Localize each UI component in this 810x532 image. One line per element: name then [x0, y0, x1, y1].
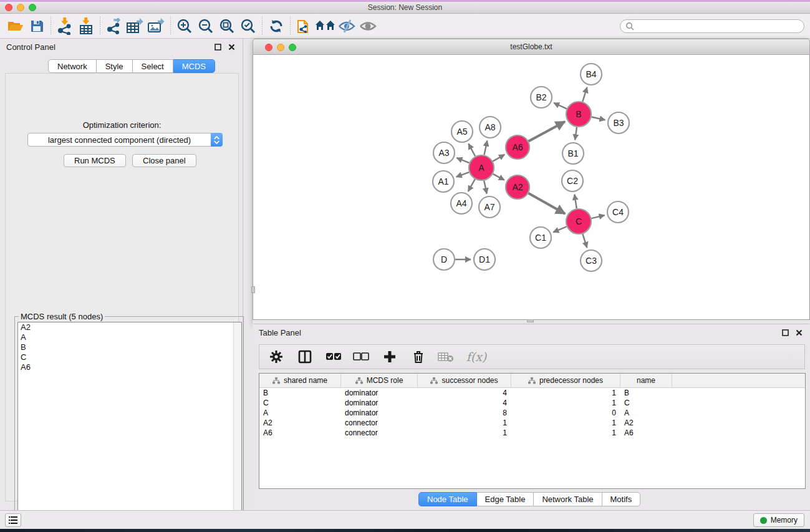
graph-edge-A-A2[interactable]: [493, 174, 504, 180]
table-row[interactable]: Cdominator41C: [259, 398, 805, 408]
column-header-successor-nodes[interactable]: successor nodes: [418, 374, 511, 387]
table-cell[interactable]: B: [620, 389, 672, 397]
column-header-predecessor-nodes[interactable]: predecessor nodes: [511, 374, 620, 387]
graph-edge-A-A6[interactable]: [493, 155, 504, 162]
table-cell[interactable]: 1: [418, 428, 511, 437]
tab-motifs[interactable]: Motifs: [602, 492, 641, 506]
tab-node-table[interactable]: Node Table: [418, 492, 477, 506]
table-cell[interactable]: A6: [620, 428, 672, 437]
zoom-window-button[interactable]: [29, 4, 36, 11]
horizontal-scroll-thumb[interactable]: [527, 319, 534, 322]
table-cell[interactable]: A: [620, 409, 672, 417]
float-table-panel-icon[interactable]: [780, 327, 790, 337]
table-row[interactable]: A2connector11A2: [259, 418, 805, 428]
show-all-eye-icon[interactable]: [357, 17, 378, 36]
table-cell[interactable]: 4: [418, 389, 511, 397]
table-cell[interactable]: B: [259, 389, 341, 397]
mcds-result-list[interactable]: A2ABCA6: [17, 322, 242, 530]
float-panel-icon[interactable]: [213, 42, 223, 52]
graph-edge-A-A5[interactable]: [468, 143, 475, 156]
graph-edge-C-C3[interactable]: [582, 234, 587, 248]
delete-trash-icon[interactable]: [409, 347, 428, 366]
graph-node-C4[interactable]: C4: [607, 201, 629, 223]
add-column-plus-icon[interactable]: [380, 347, 399, 366]
result-node-item[interactable]: A6: [18, 362, 241, 372]
column-header-shared-name[interactable]: shared name: [259, 374, 341, 387]
column-header-MCDS-role[interactable]: MCDS role: [341, 374, 418, 387]
tab-select[interactable]: Select: [133, 59, 173, 73]
graph-node-B3[interactable]: B3: [608, 112, 629, 133]
table-cell[interactable]: 4: [418, 399, 511, 407]
graph-edge-A-A1[interactable]: [456, 172, 470, 177]
split-columns-icon[interactable]: [296, 347, 314, 366]
result-node-item[interactable]: C: [18, 352, 241, 362]
graph-node-B1[interactable]: B1: [562, 143, 584, 164]
first-neighbors-houses-icon[interactable]: [315, 17, 336, 36]
zoom-in-icon[interactable]: [174, 17, 195, 36]
search-input[interactable]: [634, 21, 804, 32]
new-network-from-selection-icon[interactable]: [294, 17, 315, 36]
graph-edge-B-B2[interactable]: [554, 103, 567, 109]
run-mcds-button[interactable]: Run MCDS: [64, 154, 126, 167]
table-cell[interactable]: A2: [259, 418, 341, 427]
result-node-item[interactable]: A: [18, 332, 241, 342]
graph-node-C3[interactable]: C3: [581, 250, 602, 271]
table-cell[interactable]: connector: [341, 428, 418, 437]
close-panel-button[interactable]: Close panel: [132, 154, 196, 167]
import-table-icon[interactable]: [75, 17, 97, 36]
graph-node-A1[interactable]: A1: [433, 171, 454, 192]
result-node-item[interactable]: B: [18, 342, 241, 352]
table-row[interactable]: A6connector11A6: [259, 428, 805, 438]
hide-selected-eye-slash-icon[interactable]: [336, 17, 357, 36]
memory-button[interactable]: Memory: [753, 513, 804, 527]
deselect-all-unchecked-icon[interactable]: [352, 347, 370, 366]
table-cell[interactable]: 8: [418, 409, 511, 417]
table-row[interactable]: Adominator80A: [259, 408, 805, 418]
table-cell[interactable]: C: [259, 399, 341, 407]
table-cell[interactable]: C: [620, 399, 672, 407]
graph-node-B[interactable]: B: [566, 102, 591, 127]
table-cell[interactable]: A: [259, 409, 341, 417]
graph-edge-A-A8[interactable]: [484, 141, 487, 155]
table-cell[interactable]: dominator: [341, 409, 418, 417]
graph-edge-A6-B[interactable]: [529, 122, 565, 142]
graph-node-A4[interactable]: A4: [451, 193, 472, 214]
graph-node-C2[interactable]: C2: [562, 170, 583, 191]
graph-edge-A-A3[interactable]: [456, 158, 469, 163]
graph-edge-A-A7[interactable]: [484, 181, 486, 194]
close-window-button[interactable]: [5, 4, 12, 11]
graph-node-B2[interactable]: B2: [531, 87, 552, 108]
criterion-dropdown[interactable]: largest connected component (directed): [27, 133, 223, 147]
graph-edge-A2-C[interactable]: [528, 193, 565, 214]
search-field[interactable]: [620, 19, 804, 33]
zoom-network-window-button[interactable]: [289, 44, 296, 51]
import-network-icon[interactable]: [54, 17, 75, 36]
save-session-icon[interactable]: [26, 17, 47, 36]
tab-network-table[interactable]: Network Table: [534, 492, 602, 506]
table-cell[interactable]: 1: [418, 418, 511, 427]
network-canvas[interactable]: B4B2BB3A8A5A6A3B1AA1C2A2A4A7C4CC1C3DD1: [253, 55, 810, 320]
table-cell[interactable]: dominator: [341, 389, 418, 397]
graph-node-A3[interactable]: A3: [433, 142, 455, 163]
close-panel-icon[interactable]: [226, 42, 236, 52]
minimize-network-window-button[interactable]: [277, 44, 284, 51]
result-node-item[interactable]: A2: [18, 322, 241, 332]
export-image-icon[interactable]: [146, 17, 167, 36]
task-history-button[interactable]: [5, 513, 21, 527]
table-cell[interactable]: A6: [259, 428, 341, 437]
table-cell[interactable]: 1: [511, 399, 620, 407]
export-table-icon[interactable]: [125, 17, 146, 36]
table-cell[interactable]: 1: [511, 389, 620, 397]
table-cell[interactable]: dominator: [341, 399, 418, 407]
close-table-panel-icon[interactable]: [794, 327, 804, 337]
graph-edge-C-C2[interactable]: [574, 195, 576, 209]
graph-node-A6[interactable]: A6: [506, 135, 529, 159]
column-header-name[interactable]: name: [620, 374, 672, 387]
graph-edge-B-B4[interactable]: [582, 87, 587, 102]
graph-node-A[interactable]: A: [469, 155, 494, 180]
export-network-icon[interactable]: [104, 17, 125, 36]
graph-node-A8[interactable]: A8: [480, 117, 501, 138]
graph-node-C1[interactable]: C1: [530, 227, 551, 248]
table-cell[interactable]: A2: [620, 418, 672, 427]
graph-node-D1[interactable]: D1: [474, 249, 495, 270]
